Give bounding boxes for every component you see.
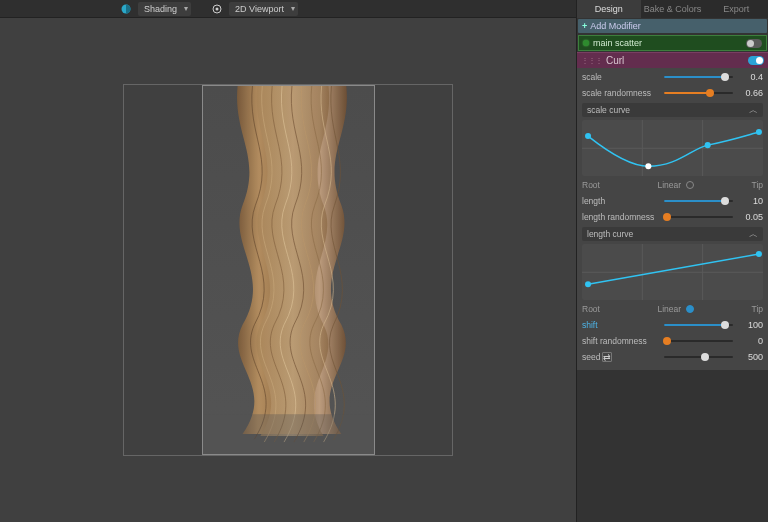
top-toolbar: Shading 2D Viewport [0, 0, 576, 18]
svg-point-8 [645, 163, 651, 169]
app-root: Shading 2D Viewport [0, 0, 768, 522]
seed-row: seed⇄ 500 [582, 350, 763, 364]
viewport-frame [123, 84, 453, 456]
length-curve-editor[interactable] [582, 244, 763, 300]
svg-point-9 [705, 142, 711, 148]
randomize-seed-icon[interactable]: ⇄ [602, 352, 612, 362]
curl-title: Curl [606, 55, 624, 66]
scatter-header[interactable]: main scatter [578, 35, 767, 51]
chevron-up-icon: ︿ [749, 228, 758, 241]
shading-mode-select[interactable]: Shading [138, 2, 191, 16]
viewport[interactable] [0, 18, 576, 522]
linear-radio[interactable] [686, 181, 694, 189]
svg-rect-3 [203, 414, 374, 454]
side-panel: Design Bake & Colors Export + Add Modifi… [576, 0, 768, 522]
main-area: Shading 2D Viewport [0, 0, 576, 522]
length-curve-axis: Root Linear Tip [582, 302, 763, 316]
viewport-icon [211, 3, 223, 15]
tab-export[interactable]: Export [704, 0, 768, 18]
length-curve-header[interactable]: length curve︿ [582, 227, 763, 241]
scale-randomness-slider[interactable] [664, 87, 733, 99]
viewport-select[interactable]: 2D Viewport [229, 2, 298, 16]
scale-curve-editor[interactable] [582, 120, 763, 176]
scale-slider[interactable] [664, 71, 733, 83]
plus-icon: + [582, 21, 587, 31]
shift-randomness-row: shift randomness 0 [582, 334, 763, 348]
length-randomness-slider[interactable] [664, 211, 733, 223]
shift-randomness-slider[interactable] [664, 335, 733, 347]
curl-toggle[interactable] [748, 56, 764, 65]
scale-curve-axis: Root Linear Tip [582, 178, 763, 192]
length-row: length 10 [582, 194, 763, 208]
shift-row: shift 100 [582, 318, 763, 332]
scatter-name: main scatter [593, 38, 642, 48]
curl-panel-body: scale 0.4 scale randomness 0.66 scale cu… [577, 68, 768, 370]
scatter-toggle[interactable] [746, 39, 762, 48]
drag-handle-icon[interactable]: ⋮⋮⋮ [581, 56, 602, 65]
visibility-dot-icon [583, 40, 589, 46]
svg-point-15 [756, 251, 762, 257]
linear-radio[interactable] [686, 305, 694, 313]
scale-row: scale 0.4 [582, 70, 763, 84]
curl-panel-header[interactable]: ⋮⋮⋮ Curl [577, 52, 768, 68]
svg-point-14 [585, 281, 591, 287]
scale-randomness-row: scale randomness 0.66 [582, 86, 763, 100]
chevron-up-icon: ︿ [749, 104, 758, 117]
shift-slider[interactable] [664, 319, 733, 331]
side-tabs: Design Bake & Colors Export [577, 0, 768, 18]
svg-point-10 [756, 129, 762, 135]
tab-bake-colors[interactable]: Bake & Colors [641, 0, 705, 18]
add-modifier-button[interactable]: + Add Modifier [578, 19, 767, 33]
hair-preview-card [202, 85, 375, 455]
seed-slider[interactable] [664, 351, 733, 363]
shading-icon [120, 3, 132, 15]
length-randomness-row: length randomness 0.05 [582, 210, 763, 224]
tab-design[interactable]: Design [577, 0, 641, 18]
svg-point-7 [585, 133, 591, 139]
scale-curve-header[interactable]: scale curve︿ [582, 103, 763, 117]
length-slider[interactable] [664, 195, 733, 207]
svg-point-2 [216, 7, 219, 10]
